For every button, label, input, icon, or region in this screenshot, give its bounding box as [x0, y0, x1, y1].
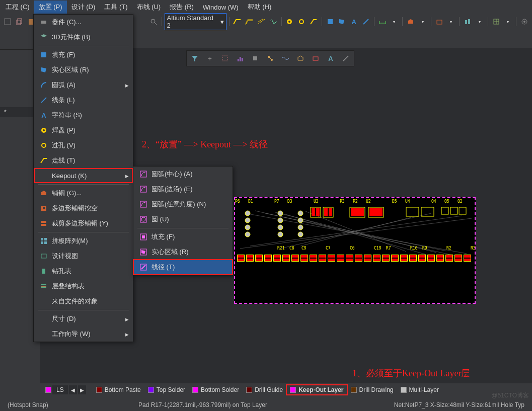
search-icon[interactable] [148, 16, 159, 27]
align-icon[interactable] [462, 16, 473, 27]
plus-icon[interactable]: + [204, 53, 216, 64]
gr-dd-icon[interactable]: ▾ [503, 16, 514, 27]
layer-tab-drill-drawing[interactable]: Drill Drawing [348, 385, 397, 394]
layer-tab-top-solder[interactable]: Top Solder [145, 385, 188, 394]
menu-item-region[interactable]: 实心区域 (R) [34, 62, 133, 77]
arc-icon [38, 81, 50, 89]
layer-tab-bottom-paste[interactable]: Bottom Paste [93, 385, 144, 394]
menu-item-pad[interactable]: 焊盘 (P) [34, 123, 133, 138]
menu-report[interactable]: 报告 (R) [165, 1, 198, 14]
menu-item-string[interactable]: A字符串 (S) [34, 108, 133, 123]
svg-rect-59 [140, 201, 146, 207]
svg-marker-38 [41, 67, 46, 72]
filter-icon[interactable] [189, 53, 201, 64]
submenu-arc-edge[interactable]: 圆弧(边沿) (E) [133, 182, 233, 197]
submenu-track[interactable]: 线径 (T) [133, 260, 233, 275]
room-icon[interactable] [434, 16, 445, 27]
layer-set-button[interactable]: LS [52, 385, 68, 394]
menu-route[interactable]: 布线 (U) [132, 1, 166, 14]
submenu-arc-any[interactable]: 圆弧(任意角度) (N) [133, 197, 233, 212]
menu-item-component[interactable]: 器件 (C)... [34, 15, 133, 30]
room-dd-icon[interactable]: ▾ [446, 16, 457, 27]
menu-item-keepout[interactable]: Keepout (K)▸ [34, 168, 133, 183]
menu-item-arc[interactable]: 圆弧 (A)▸ [34, 77, 133, 93]
svg-line-32 [269, 57, 272, 60]
menu-item-drill-table[interactable]: 钻孔表 [34, 264, 133, 279]
net-icon[interactable] [264, 53, 276, 64]
layer-tab-multi-layer[interactable]: Multi-Layer [398, 385, 442, 394]
menu-project[interactable]: 工程 (C) [1, 1, 34, 14]
menu-item-via[interactable]: 过孔 (V) [34, 138, 133, 153]
copy-icon[interactable] [14, 16, 25, 27]
string-icon[interactable]: A [348, 16, 359, 27]
menu-item-poly-slice[interactable]: 裁剪多边形铺铜 (Y) [34, 216, 133, 231]
menu-place[interactable]: 放置 (P) [34, 1, 67, 14]
layer-label: Bottom Solder [201, 386, 239, 393]
dimension-icon[interactable] [377, 16, 388, 27]
svg-rect-99 [312, 208, 315, 216]
menu-item-stackup[interactable]: 层叠结构表 [34, 279, 133, 294]
layer-tab-drill-guide[interactable]: Drill Guide [243, 385, 286, 394]
polygon-icon[interactable] [405, 16, 416, 27]
menu-item-design-view[interactable]: 设计视图 [34, 249, 133, 264]
menu-item-from-file[interactable]: 来自文件的对象 [34, 294, 133, 309]
submenu-arc-center[interactable]: 圆弧(中心) (A) [133, 167, 233, 182]
layer-selector[interactable]: Altium Standard 2 ▾ [165, 13, 226, 30]
document-tab[interactable]: * [0, 107, 33, 117]
submenu-fill[interactable]: 填充 (F) [133, 229, 233, 244]
menu-item-fill[interactable]: 填充 (F) [34, 47, 133, 62]
pad-icon[interactable] [284, 16, 295, 27]
scroll-right-button[interactable]: ▶ [78, 385, 86, 394]
chip-icon[interactable] [249, 53, 261, 64]
layer-label: Bottom Paste [105, 386, 141, 393]
grid-icon[interactable] [491, 16, 502, 27]
status-object: Pad R17-1(2287.1mil,-963.799mil) on Top … [138, 401, 394, 408]
text-a-icon[interactable]: A [325, 53, 337, 64]
track-icon[interactable] [308, 16, 319, 27]
layer-tab-bottom-solder[interactable]: Bottom Solder [189, 385, 242, 394]
line-icon[interactable] [360, 16, 371, 27]
menu-item-3dbody[interactable]: 3D元件体 (B) [34, 30, 133, 45]
svg-marker-10 [339, 19, 344, 24]
menu-design[interactable]: 设计 (D) [67, 1, 100, 14]
wave-icon[interactable] [279, 53, 291, 64]
al-dd-icon[interactable]: ▾ [474, 16, 485, 27]
scroll-left-button[interactable]: ◀ [69, 385, 77, 394]
submenu-circle[interactable]: 圆 (U) [133, 212, 233, 227]
save-icon[interactable] [2, 16, 13, 27]
menu-item-polygon[interactable]: 铺铜 (G)... [34, 186, 133, 201]
cutout-icon [38, 205, 50, 212]
line2-icon[interactable] [340, 53, 352, 64]
dim-dd-icon[interactable]: ▾ [389, 16, 400, 27]
via-icon[interactable] [296, 16, 307, 27]
layer-tab-keep-out-layer[interactable]: Keep-Out Layer [287, 385, 346, 394]
polygon-f-icon[interactable] [294, 53, 307, 64]
menu-item-poly-cutout[interactable]: 多边形铺铜挖空 [34, 201, 133, 216]
pcb-board[interactable]: P6B1P7D3U3P3P2U2D5U4Q4Q5Q2 R21C8C9C7C6C1… [234, 197, 476, 304]
route-icon[interactable] [232, 16, 243, 27]
menu-item-line[interactable]: 线条 (L) [34, 93, 133, 108]
menu-item-wizard[interactable]: 工作向导 (W)▸ [34, 326, 133, 342]
menu-item-track[interactable]: 走线 (T) [34, 153, 133, 168]
submenu-region[interactable]: 实心区域 (R) [133, 244, 233, 260]
svg-rect-103 [351, 208, 364, 216]
menu-window[interactable]: Window (W) [198, 2, 243, 13]
gear-icon[interactable] [519, 16, 530, 27]
menu-item-panel-array[interactable]: 拼板阵列(M) [34, 233, 133, 249]
svg-point-85 [298, 232, 303, 237]
region-icon[interactable] [337, 16, 348, 27]
bars-icon[interactable] [234, 53, 246, 64]
layer-swatch [401, 387, 407, 393]
route-diff-icon[interactable] [244, 16, 255, 27]
menu-item-dimension[interactable]: 尺寸 (D)▸ [34, 311, 133, 326]
fill-icon[interactable] [325, 16, 336, 27]
place-menu: 器件 (C)... 3D元件体 (B) 填充 (F) 实心区域 (R) 圆弧 (… [33, 14, 133, 342]
route-retrace-icon[interactable] [268, 16, 279, 27]
menu-tools[interactable]: 工具 (T) [100, 1, 132, 14]
pad [346, 255, 353, 262]
select-icon[interactable] [219, 53, 231, 64]
rect-icon[interactable] [310, 53, 322, 64]
menu-help[interactable]: 帮助 (H) [243, 1, 276, 14]
poly-dd-icon[interactable]: ▾ [417, 16, 428, 27]
route-multi-icon[interactable] [256, 16, 267, 27]
